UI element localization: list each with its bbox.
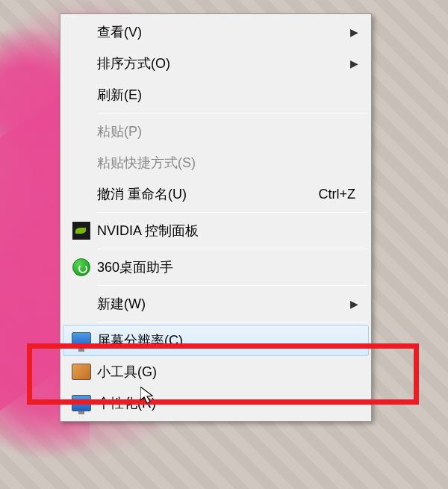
menu-item-view[interactable]: 查看(V) ▶ (63, 16, 369, 48)
menu-item-sort[interactable]: 排序方式(O) ▶ (63, 48, 369, 79)
menu-separator (97, 212, 367, 213)
menu-label: 撤消 重命名(U) (97, 185, 319, 203)
menu-item-360-desktop[interactable]: 360桌面助手 (63, 252, 369, 283)
submenu-arrow-icon: ▶ (350, 26, 363, 38)
icon-slot-empty (66, 52, 97, 75)
menu-label: 粘贴(P) (97, 122, 363, 140)
menu-separator (97, 113, 367, 113)
menu-label: 刷新(E) (97, 86, 363, 104)
nvidia-icon (66, 219, 97, 243)
icon-slot-empty (66, 151, 97, 175)
menu-item-screen-resolution[interactable]: 屏幕分辨率(C) (63, 325, 369, 356)
menu-item-gadgets[interactable]: 小工具(G) (63, 356, 369, 387)
menu-label: 新建(W) (97, 295, 350, 313)
menu-label: 个性化(R) (97, 394, 363, 412)
menu-label: 查看(V) (97, 23, 350, 41)
menu-label: 屏幕分辨率(C) (97, 331, 363, 349)
menu-item-personalize[interactable]: 个性化(R) (63, 387, 369, 419)
menu-label: NVIDIA 控制面板 (97, 222, 363, 240)
shortcut-label: Ctrl+Z (319, 187, 364, 202)
menu-item-refresh[interactable]: 刷新(E) (63, 79, 369, 110)
menu-label: 小工具(G) (97, 363, 363, 381)
menu-item-paste-shortcut: 粘贴快捷方式(S) (63, 147, 369, 178)
icon-slot-empty (66, 83, 97, 107)
menu-label: 粘贴快捷方式(S) (97, 154, 363, 172)
menu-label: 排序方式(O) (97, 54, 350, 72)
icon-slot-empty (66, 292, 97, 316)
menu-separator (97, 322, 367, 323)
monitor-icon (66, 328, 97, 352)
icon-slot-empty (66, 119, 97, 143)
menu-separator (97, 249, 367, 249)
icon-slot-empty (66, 20, 97, 44)
menu-item-new[interactable]: 新建(W) ▶ (63, 288, 369, 320)
icon-slot-empty (66, 182, 97, 206)
menu-separator (97, 285, 367, 286)
monitor-icon (66, 391, 97, 415)
submenu-arrow-icon: ▶ (350, 298, 363, 310)
desktop-context-menu: 查看(V) ▶ 排序方式(O) ▶ 刷新(E) 粘贴(P) 粘贴快捷方式(S) … (60, 13, 372, 422)
360-icon (66, 255, 97, 279)
menu-label: 360桌面助手 (97, 258, 363, 276)
gadget-icon (66, 360, 97, 384)
menu-item-paste: 粘贴(P) (63, 116, 369, 147)
menu-item-nvidia[interactable]: NVIDIA 控制面板 (63, 215, 369, 246)
menu-item-undo-rename[interactable]: 撤消 重命名(U) Ctrl+Z (63, 178, 369, 210)
submenu-arrow-icon: ▶ (350, 57, 363, 69)
